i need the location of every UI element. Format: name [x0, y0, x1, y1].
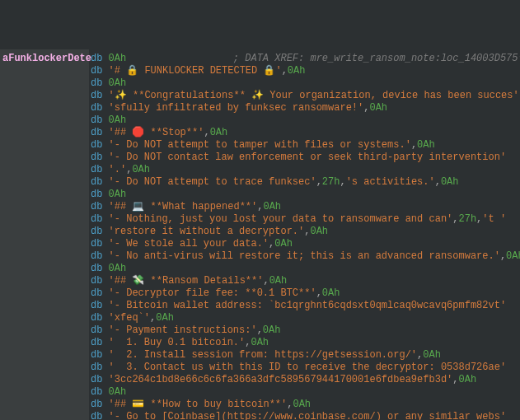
asm-line: db '## 💻 **What happened**',0Ah	[91, 201, 520, 213]
asm-line: db '## 💸 **Ransom Details**',0Ah	[91, 275, 520, 287]
db-keyword: db	[91, 77, 102, 89]
asm-line: db ' 2. Install session from: https://ge…	[91, 349, 520, 362]
hex-value: 27h	[458, 213, 476, 225]
asm-line: db '- Decryptor file fee: **0.1 BTC**',0…	[91, 287, 520, 300]
hex-value: 0Ah	[109, 53, 127, 64]
string-literal: '- Nothing, just you lost your data to r…	[109, 213, 453, 225]
db-keyword: db	[91, 362, 102, 373]
string-literal: '## 💳 **How to buy bitcoin**'	[109, 399, 288, 410]
asm-line: db '.',0Ah	[91, 164, 520, 176]
asm-line: db 0Ah	[91, 386, 520, 399]
db-keyword: db	[91, 90, 102, 101]
string-literal: '## 💻 **What happened**'	[109, 201, 258, 212]
string-literal: '3cc264c1bd8e66c6c6fa366a3dfc58956794417…	[109, 374, 453, 385]
hex-value: 0Ah	[109, 263, 127, 274]
string-literal: ' 2. Install session from: https://getse…	[109, 349, 417, 361]
db-keyword: db	[91, 275, 102, 287]
asm-line: db '# 🔒 FUNKLOCKER DETECTED 🔒',0Ah	[91, 65, 520, 77]
asm-line: db '3cc264c1bd8e66c6c6fa366a3dfc58956794…	[91, 374, 520, 386]
hex-value: 0Ah	[251, 337, 269, 348]
db-keyword: db	[91, 176, 102, 188]
variable-name: aFunklockerDete	[2, 53, 91, 64]
string-literal: 's activities.'	[346, 176, 435, 188]
string-literal: '- Decryptor file fee: **0.1 BTC**'	[109, 287, 316, 299]
string-literal: '## 🛑 **Stop**'	[109, 127, 204, 138]
asm-line: db '- Nothing, just you lost your data t…	[91, 213, 520, 226]
string-literal: ' 1. Buy 0.1 bitcoin.'	[109, 337, 246, 348]
db-keyword: db	[91, 374, 102, 385]
db-keyword: db	[91, 337, 102, 348]
db-keyword: db	[91, 53, 102, 64]
db-keyword: db	[91, 287, 102, 299]
string-literal: 't '	[482, 213, 506, 225]
asm-line: db '- Do NOT contact law enforcement or …	[91, 152, 520, 164]
asm-line: db 0Ah	[91, 263, 520, 275]
asm-line: db '- Bitcoin wallet address: `bc1qrghnt…	[91, 300, 520, 312]
asm-line: db '- We stole all your data.',0Ah	[91, 238, 520, 250]
asm-line: db '- Payment instructions:',0Ah	[91, 324, 520, 337]
asm-line: db 'xfeq`',0Ah	[91, 312, 520, 324]
asm-line: db ' 3. Contact us with this ID to recei…	[91, 362, 520, 374]
string-literal: '.'	[109, 164, 127, 175]
hex-value: 0Ah	[132, 164, 150, 175]
hex-value: 0Ah	[417, 139, 435, 151]
hex-value: 0Ah	[506, 250, 520, 262]
db-keyword: db	[91, 324, 102, 336]
asm-line: db 0Ah ; DATA XREF: mre_write_ransom_not…	[91, 53, 520, 65]
asm-line: db 'sfully infiltrated by funksec ransom…	[91, 102, 520, 114]
asm-line: db '- No anti-virus will restore it; thi…	[91, 250, 520, 263]
db-keyword: db	[91, 411, 102, 420]
hex-value: 0Ah	[293, 399, 311, 410]
hex-value: 0Ah	[109, 189, 127, 200]
asm-line: db '## 🛑 **Stop**',0Ah	[91, 127, 520, 139]
string-literal: '- Bitcoin wallet address: `bc1qrghnt6cq…	[109, 300, 506, 311]
asm-line: db '## 💳 **How to buy bitcoin**',0Ah	[91, 399, 520, 411]
db-keyword: db	[91, 300, 102, 311]
hex-value: 0Ah	[274, 238, 293, 250]
asm-line: db 0Ah	[91, 189, 520, 201]
asm-line: db '- Do NOT attempt to trace funksec',2…	[91, 176, 520, 189]
string-literal: '- We stole all your data.'	[109, 238, 269, 250]
hex-value: 0Ah	[458, 374, 476, 385]
hex-value: 0Ah	[441, 176, 459, 188]
string-literal: 'sfully infiltrated by funksec ransomwar…	[109, 102, 364, 114]
db-keyword: db	[91, 164, 102, 175]
xref-comment: ; DATA XREF: mre_write_ransom_note:loc_1…	[233, 53, 520, 64]
db-keyword: db	[91, 65, 102, 77]
asm-line: db '✨ **Congratulations** ✨ Your organiz…	[91, 90, 520, 102]
hex-value: 0Ah	[210, 127, 228, 138]
hex-value: 0Ah	[109, 114, 127, 126]
string-literal: '- Do NOT attempt to tamper with files o…	[109, 139, 411, 151]
db-keyword: db	[91, 399, 102, 410]
asm-line: db ' 1. Buy 0.1 bitcoin.',0Ah	[91, 337, 520, 349]
hex-value: 0Ah	[423, 349, 441, 361]
db-keyword: db	[91, 114, 102, 126]
hex-value: 0Ah	[288, 65, 306, 77]
db-keyword: db	[91, 312, 102, 324]
db-keyword: db	[91, 189, 102, 200]
db-keyword: db	[91, 213, 102, 225]
hex-value: 0Ah	[322, 287, 340, 299]
string-literal: '- Do NOT contact law enforcement or see…	[109, 152, 506, 163]
db-keyword: db	[91, 102, 102, 114]
hex-value: 0Ah	[109, 77, 127, 89]
string-literal: '## 💸 **Ransom Details**'	[109, 275, 264, 287]
db-keyword: db	[91, 349, 102, 361]
string-literal: '- Payment instructions:'	[109, 324, 257, 336]
db-keyword: db	[91, 226, 102, 237]
string-literal: 'restore it without a decryptor.'	[109, 226, 305, 237]
db-keyword: db	[91, 127, 102, 138]
asm-line: db '- Go to [Coinbase](https://www.coinb…	[91, 411, 520, 420]
hex-value: 0Ah	[263, 324, 281, 336]
label-column: aFunklockerDete	[0, 49, 89, 420]
db-keyword: db	[91, 238, 102, 250]
hex-value: 0Ah	[109, 386, 127, 398]
string-literal: ' 3. Contact us with this ID to receive …	[109, 362, 506, 373]
hex-value: 0Ah	[269, 275, 288, 287]
hex-value: 0Ah	[369, 102, 387, 114]
db-keyword: db	[91, 152, 102, 163]
string-literal: '- Go to [Coinbase](https://www.coinbase…	[109, 411, 506, 420]
string-literal: '✨ **Congratulations** ✨ Your organizati…	[109, 90, 519, 101]
string-literal: '- No anti-virus will restore it; this i…	[109, 250, 500, 262]
asm-line: db 'restore it without a decryptor.',0Ah	[91, 226, 520, 238]
